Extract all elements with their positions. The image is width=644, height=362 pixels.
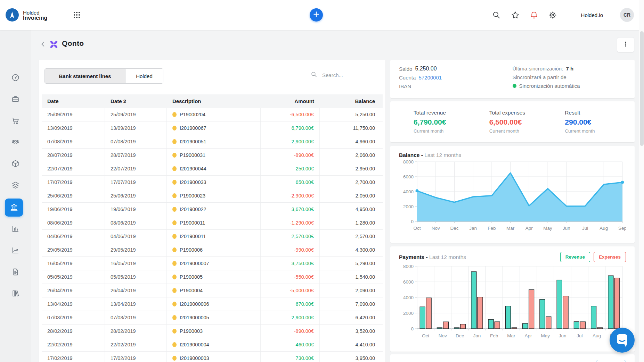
chat-launcher-button[interactable] xyxy=(610,328,635,353)
row-date: 05/05/2019 xyxy=(42,270,105,284)
svg-text:8000: 8000 xyxy=(403,264,414,269)
sidebar-item-products[interactable] xyxy=(5,155,26,173)
holded-logo-icon xyxy=(6,8,19,23)
back-chevron-icon[interactable] xyxy=(38,39,48,49)
table-row[interactable]: 25/06/201925/06/2019P19000023-2,900.00€2… xyxy=(42,189,383,203)
tab-bank-statement-lines[interactable]: Bank statement lines xyxy=(45,69,125,83)
status-dot-icon xyxy=(172,153,177,158)
row-balance: 11,750.00 xyxy=(320,121,383,135)
account-name[interactable]: Holded.io xyxy=(581,0,603,30)
scrollbar-thumb[interactable] xyxy=(640,31,644,146)
sidebar-item-accounting[interactable] xyxy=(5,285,26,303)
result-label: Result xyxy=(565,110,626,116)
table-row[interactable]: 26/04/201926/04/2019P1900004-5,000.00€2,… xyxy=(42,284,383,297)
sidebar-item-dashboard[interactable] xyxy=(5,69,26,87)
row-balance: 2,570.00 xyxy=(320,230,383,243)
table-row[interactable]: 16/05/201916/05/2019I20190000073,750.00€… xyxy=(42,257,383,270)
row-date2: 16/05/2019 xyxy=(105,257,167,270)
bank-statement-card: Bank statement lines Holded Date Date 2 … xyxy=(39,60,385,362)
row-description-text: I2019000006 xyxy=(180,301,209,307)
table-row[interactable]: 28/07/201928/07/2019P19000031-890.00€2,0… xyxy=(42,149,383,162)
table-header-row: Date Date 2 Description Amount Balance xyxy=(42,94,383,108)
column-header-description[interactable]: Description xyxy=(167,94,261,108)
row-description-text: P1900005 xyxy=(180,274,203,280)
status-dot-icon xyxy=(172,329,177,334)
row-amount: 2,900.00€ xyxy=(261,135,320,148)
qonto-logo-icon xyxy=(49,40,59,51)
sidebar-item-analytics[interactable] xyxy=(5,220,26,238)
result-value: 290.00€ xyxy=(565,118,626,126)
saldo-label: Saldo xyxy=(399,66,412,72)
sidebar-item-projects[interactable] xyxy=(5,91,26,109)
column-header-date[interactable]: Date xyxy=(42,94,105,108)
status-dot-icon xyxy=(172,220,177,225)
svg-text:Dec: Dec xyxy=(456,333,464,338)
total-expenses-value: 6,500.00€ xyxy=(489,118,551,126)
row-description-text: I2019000005 xyxy=(180,315,209,320)
search-input[interactable] xyxy=(322,72,360,78)
expenses-toggle-button[interactable]: Expenses xyxy=(594,252,626,262)
row-description-text: P19000023 xyxy=(180,193,205,199)
status-dot-icon xyxy=(172,275,177,279)
payments-bar-chart: 02000400060008000OctNovDecJanFebMarAprMa… xyxy=(399,262,626,343)
row-balance: 2,050.00 xyxy=(320,189,383,202)
table-row[interactable]: 13/04/201913/04/2019I2019000006670.00€7,… xyxy=(42,297,383,311)
cuenta-link[interactable]: 57200001 xyxy=(418,75,442,81)
column-header-date2[interactable]: Date 2 xyxy=(105,94,167,108)
revenue-toggle-button[interactable]: Revenue xyxy=(560,252,590,262)
table-row[interactable]: 05/05/201905/05/2019P1900005-550.00€1,54… xyxy=(42,270,383,284)
total-expenses-label: Total expenses xyxy=(489,110,551,116)
table-row[interactable]: 07/03/201907/03/2019I20190000052,900.00€… xyxy=(42,311,383,325)
row-description: P1900003 xyxy=(167,325,261,338)
column-header-amount[interactable]: Amount xyxy=(261,94,320,108)
row-balance: 4,300.00 xyxy=(320,243,383,256)
row-date: 07/03/2019 xyxy=(42,311,105,324)
sidebar-item-documents[interactable] xyxy=(5,263,26,281)
table-row[interactable]: 19/06/201919/06/2019I2019000223,670.00€4… xyxy=(42,203,383,216)
svg-text:0: 0 xyxy=(411,219,414,224)
add-button[interactable] xyxy=(310,8,323,22)
table-row[interactable]: 28/02/201928/02/2019P1900003-890.00€3,52… xyxy=(42,325,383,338)
balance-title-bold: Balance - xyxy=(399,152,424,158)
table-row[interactable]: 22/07/201922/07/2019I201900044250.00€2,9… xyxy=(42,162,383,176)
sidebar-item-purchases[interactable] xyxy=(5,112,26,130)
favorites-star-icon[interactable] xyxy=(511,10,520,19)
table-row[interactable]: 22/02/201922/02/2019I2019000004460.00€4,… xyxy=(42,338,383,352)
sidebar-item-contacts[interactable] xyxy=(5,134,26,152)
table-row[interactable]: 13/09/201913/09/2019I2019000676,790.00€1… xyxy=(42,121,383,135)
avatar[interactable]: CR xyxy=(620,8,634,22)
row-amount: -550.00€ xyxy=(261,270,320,284)
settings-gear-icon[interactable] xyxy=(548,10,557,19)
saldo-value: 5,250.00 xyxy=(415,66,437,72)
sidebar-item-inventory[interactable] xyxy=(5,177,26,195)
row-date2: 08/06/2019 xyxy=(105,216,167,229)
more-options-button[interactable] xyxy=(617,37,634,52)
svg-text:Aug: Aug xyxy=(593,333,601,338)
search-icon[interactable] xyxy=(492,10,501,19)
table-row[interactable]: 17/07/201917/07/2019I201900033650.00€2,7… xyxy=(42,176,383,189)
row-date: 22/07/2019 xyxy=(42,162,105,175)
table-row[interactable]: 29/05/201929/05/2019P1900006-990.00€4,30… xyxy=(42,243,383,257)
tab-holded[interactable]: Holded xyxy=(125,69,163,83)
status-dot-icon xyxy=(172,166,177,171)
page-scrollbar[interactable] xyxy=(639,0,644,362)
row-balance: 2,950.00 xyxy=(320,162,383,175)
row-date: 19/06/2019 xyxy=(42,203,105,216)
row-description: I201900011 xyxy=(167,230,261,243)
statement-table-body: 25/09/201925/09/2019P19000204-6,500.00€5… xyxy=(42,108,383,362)
table-row[interactable]: 17/02/201917/02/2019I2019000003730.00€3,… xyxy=(42,352,383,362)
table-row[interactable]: 07/08/201907/08/2019I2019000512,900.00€4… xyxy=(42,135,383,149)
column-header-balance[interactable]: Balance xyxy=(320,94,383,108)
notifications-bell-icon[interactable] xyxy=(529,10,538,19)
table-row[interactable]: 25/09/201925/09/2019P19000204-6,500.00€5… xyxy=(42,108,383,121)
row-date2: 28/07/2019 xyxy=(105,149,167,162)
sidebar-item-reports[interactable] xyxy=(5,242,26,260)
sync-auto-label: Sincronización automática xyxy=(519,83,580,89)
app-logo[interactable]: Holded Invoicing xyxy=(6,8,47,23)
table-row[interactable]: 04/06/201904/06/2019I2019000112,570.00€2… xyxy=(42,230,383,243)
row-description-text: P1900006 xyxy=(180,247,203,253)
table-row[interactable]: 08/06/201908/06/2019P19000011-1,290.00€1… xyxy=(42,216,383,230)
results-toggle-button[interactable] xyxy=(596,360,626,362)
sidebar-item-banking[interactable] xyxy=(5,199,23,217)
apps-grid-icon[interactable] xyxy=(72,10,82,20)
